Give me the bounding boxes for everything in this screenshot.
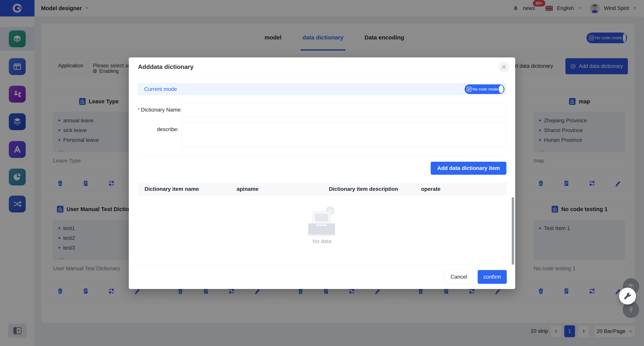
dictionary-name-row: *Dictionary Name:	[138, 103, 506, 117]
describe-row: describe:	[138, 123, 506, 148]
close-icon	[502, 64, 506, 69]
empty-state: No data	[138, 196, 506, 254]
add-data-dictionary-item-button[interactable]: Add data dictionary item	[431, 162, 506, 175]
table-header: Dictionary item name apiname Dictionary …	[138, 182, 506, 196]
confirm-button[interactable]: confirm	[478, 270, 507, 284]
column-dictionary-item-name: Dictionary item name	[138, 186, 230, 192]
cancel-button[interactable]: Cancel	[444, 270, 474, 284]
current-mode-label: Current mode	[144, 86, 464, 92]
wrench-icon	[623, 292, 632, 300]
no-data-illustration	[301, 205, 343, 237]
dictionary-name-input[interactable]	[181, 103, 506, 117]
no-code-mode-toggle[interactable]: No code mode	[464, 84, 504, 94]
column-item-description: Dictionary item description	[322, 186, 414, 192]
column-apiname: apiname	[230, 186, 322, 192]
close-button[interactable]	[498, 61, 510, 73]
describe-textarea[interactable]	[181, 123, 506, 147]
required-mark: *	[138, 107, 140, 113]
tools-wrench-fab[interactable]	[619, 288, 636, 305]
describe-label: describe:	[138, 123, 179, 148]
modal-title: Adddata dictionary	[138, 63, 194, 70]
no-code-mode-label: No code mode	[472, 87, 498, 91]
sliders-icon	[466, 86, 472, 92]
column-operate: operate	[414, 186, 506, 192]
no-data-text: No data	[312, 238, 332, 244]
modal-footer: Cancel confirm	[129, 264, 515, 289]
modal-header: Adddata dictionary	[129, 57, 515, 77]
add-data-dictionary-modal: Adddata dictionary Current mode No code …	[129, 57, 515, 289]
dictionary-name-label: *Dictionary Name:	[138, 103, 179, 117]
current-mode-banner: Current mode No code mode	[138, 83, 506, 95]
toggle-knob[interactable]	[499, 85, 504, 93]
